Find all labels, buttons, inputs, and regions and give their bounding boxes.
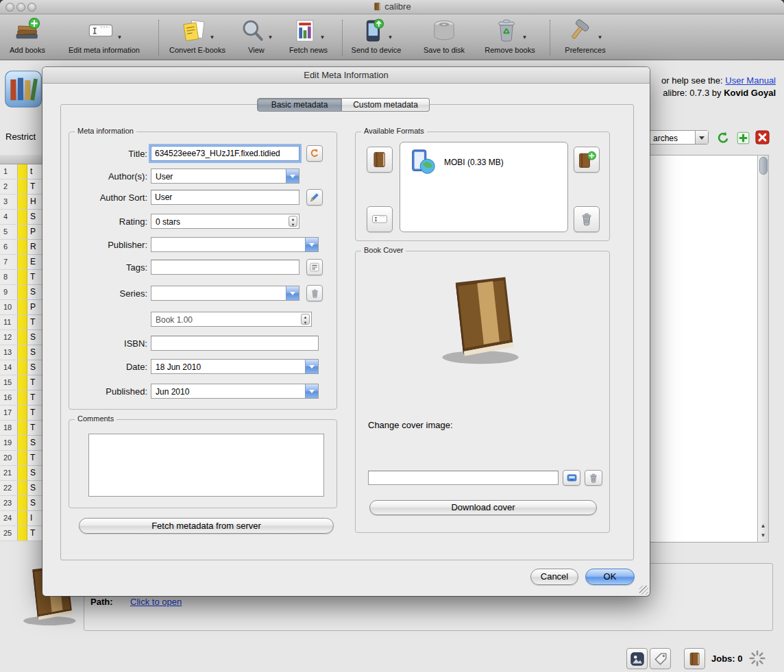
book-row[interactable]: 2 T xyxy=(0,179,43,195)
book-row[interactable]: 9 S xyxy=(0,285,43,300)
book-row[interactable]: 23 S xyxy=(0,496,43,511)
book-row[interactable]: 6 R xyxy=(0,240,43,255)
tag-editor-button[interactable] xyxy=(306,259,323,275)
toolbar-send-to-device[interactable]: ▼ Send to device xyxy=(347,16,406,54)
book-row[interactable]: 12 S xyxy=(0,330,43,345)
book-row[interactable]: 14 S xyxy=(0,360,43,375)
book-row[interactable]: 10 P xyxy=(0,300,43,315)
book-row[interactable]: 18 T xyxy=(0,421,43,436)
toolbar-remove-books[interactable]: ▼ Remove books xyxy=(478,16,541,54)
toolbar-view[interactable]: ▼ View xyxy=(236,16,277,54)
add-format-button[interactable] xyxy=(574,147,600,173)
row-flag-cell xyxy=(18,225,27,239)
toolbar-save-to-disk[interactable]: Save to disk xyxy=(417,16,471,54)
toolbar-preferences[interactable]: ▼ Preferences xyxy=(556,16,614,54)
cover-browser-button[interactable] xyxy=(626,648,648,669)
book-row[interactable]: 25 T xyxy=(0,526,43,541)
stepper-icon[interactable]: ▲▼ xyxy=(301,314,310,325)
published-picker[interactable]: Jun 2010 xyxy=(151,384,319,399)
date-picker[interactable]: 18 Jun 2010 xyxy=(151,359,319,374)
jobs-spinner-icon[interactable] xyxy=(748,649,766,669)
book-list-header[interactable] xyxy=(0,155,43,164)
comments-textarea[interactable] xyxy=(88,434,324,497)
row-flag-cell xyxy=(18,315,27,329)
download-cover-button[interactable]: Download cover xyxy=(369,500,597,515)
path-link[interactable]: Click to open xyxy=(130,597,182,607)
fetch-metadata-button[interactable]: Fetch metadata from server xyxy=(79,518,334,534)
tag-browser-button[interactable] xyxy=(650,648,671,669)
toolbar-convert[interactable]: ▼ Convert E-books xyxy=(163,16,232,54)
convert-ebooks-icon xyxy=(180,17,208,45)
book-row[interactable]: 21 S xyxy=(0,466,43,481)
book-row[interactable]: 19 S xyxy=(0,436,43,451)
vertical-scrollbar[interactable]: ▲ ▼ xyxy=(757,155,769,543)
book-row[interactable]: 15 T xyxy=(0,375,43,390)
swap-title-author-button[interactable] xyxy=(306,145,323,162)
chevron-down-icon xyxy=(695,131,708,144)
dropdown-arrow-icon[interactable]: ▼ xyxy=(522,34,528,40)
book-row[interactable]: 24 I xyxy=(0,511,43,526)
dropdown-arrow-icon[interactable]: ▼ xyxy=(210,34,215,40)
ok-button[interactable]: OK xyxy=(585,569,635,585)
tags-input[interactable] xyxy=(151,260,299,275)
toolbar-add-books[interactable]: Add books xyxy=(3,16,52,54)
publisher-combo[interactable] xyxy=(151,237,319,252)
formats-list[interactable]: MOBI (0.33 MB) xyxy=(400,142,568,232)
toolbar-fetch-news[interactable]: ▼ Fetch news xyxy=(284,16,333,54)
browse-cover-button[interactable] xyxy=(563,470,580,486)
library-icon[interactable] xyxy=(4,70,42,110)
remove-format-button[interactable] xyxy=(574,206,600,232)
authors-combo[interactable]: User xyxy=(151,169,299,184)
rating-spinner[interactable]: 0 stars ▲▼ xyxy=(151,214,299,229)
dialog-titlebar[interactable]: Edit Meta Information xyxy=(42,67,650,84)
delete-search-button[interactable] xyxy=(755,129,770,145)
book-row[interactable]: 4 S xyxy=(0,210,43,225)
format-item-mobi[interactable]: MOBI (0.33 MB) xyxy=(400,142,567,177)
dropdown-arrow-icon[interactable]: ▼ xyxy=(268,34,273,40)
series-index-spinner[interactable]: Book 1.00 ▲▼ xyxy=(151,312,312,327)
book-row[interactable]: 20 T xyxy=(0,451,43,466)
book-row[interactable]: 11 T xyxy=(0,315,43,330)
auto-author-sort-button[interactable] xyxy=(306,189,323,206)
edit-format-metadata-button[interactable] xyxy=(367,206,393,232)
jobs-status[interactable]: Jobs: 0 xyxy=(711,654,743,664)
dropdown-arrow-icon[interactable]: ▼ xyxy=(320,34,326,40)
dropdown-arrow-icon[interactable]: ▼ xyxy=(598,34,603,40)
saved-search-combo[interactable]: arches xyxy=(648,130,709,145)
book-row[interactable]: 8 T xyxy=(0,270,43,285)
book-row[interactable]: 22 S xyxy=(0,481,43,496)
stepper-icon[interactable]: ▲▼ xyxy=(289,216,297,227)
tab-basic-metadata[interactable]: Basic metadata xyxy=(257,98,342,112)
resize-grip[interactable] xyxy=(639,586,648,595)
set-cover-from-format-button[interactable] xyxy=(367,147,393,173)
book-row[interactable]: 16 T xyxy=(0,390,43,406)
add-search-button[interactable] xyxy=(735,130,751,146)
toolbar-edit-meta[interactable]: ▼ Edit meta information xyxy=(58,16,151,54)
cancel-button[interactable]: Cancel xyxy=(530,569,578,585)
chevron-down-icon xyxy=(286,169,299,183)
book-row[interactable]: 17 T xyxy=(0,406,43,421)
user-manual-link[interactable]: User Manual xyxy=(725,75,776,86)
author-sort-input[interactable] xyxy=(151,190,299,205)
scroll-up-button[interactable]: ▲ xyxy=(758,521,768,531)
add-books-icon xyxy=(14,17,41,45)
book-row[interactable]: 7 E xyxy=(0,255,43,270)
cover-path-input[interactable] xyxy=(368,471,559,485)
dropdown-arrow-icon[interactable]: ▼ xyxy=(117,34,123,40)
book-row[interactable]: 5 P xyxy=(0,225,43,240)
clear-series-button[interactable] xyxy=(306,285,323,301)
isbn-input[interactable] xyxy=(151,336,319,351)
title-input[interactable] xyxy=(151,146,299,161)
series-combo[interactable] xyxy=(151,286,299,301)
tab-custom-metadata[interactable]: Custom metadata xyxy=(342,98,430,112)
reset-cover-button[interactable] xyxy=(585,470,602,486)
book-row[interactable]: 13 S xyxy=(0,345,43,360)
disk-icon xyxy=(566,472,578,484)
book-details-button[interactable] xyxy=(684,648,705,669)
book-row[interactable]: 3 H xyxy=(0,195,43,210)
save-search-button[interactable] xyxy=(715,130,731,146)
scrollbar-thumb[interactable] xyxy=(759,157,768,175)
scroll-down-button[interactable]: ▼ xyxy=(758,531,768,540)
dropdown-arrow-icon[interactable]: ▼ xyxy=(388,34,393,40)
book-row[interactable]: 1 t xyxy=(0,164,43,179)
